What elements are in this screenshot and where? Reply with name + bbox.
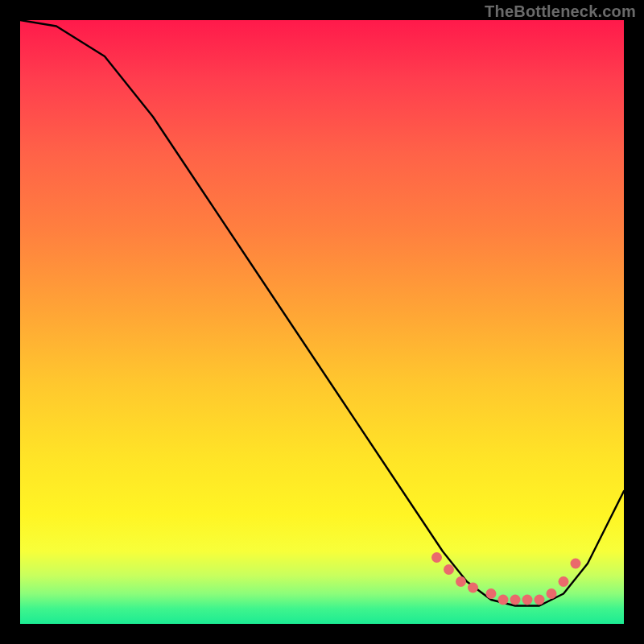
chart-svg (20, 20, 624, 624)
marker-dot (468, 583, 478, 593)
attribution-text: TheBottleneck.com (485, 2, 636, 21)
chart-container: TheBottleneck.com (0, 0, 644, 644)
marker-dot (431, 552, 442, 563)
marker-dot (486, 588, 497, 599)
marker-dot (522, 595, 533, 605)
marker-dot (444, 564, 454, 575)
marker-dot (547, 588, 557, 599)
plot-area (20, 20, 624, 624)
marker-dot (456, 576, 466, 587)
marker-dot (535, 595, 545, 605)
marker-dot (559, 576, 569, 587)
marker-dot (510, 595, 521, 605)
marker-dot (498, 595, 509, 605)
curve-line (20, 20, 624, 606)
marker-dot (571, 559, 581, 569)
